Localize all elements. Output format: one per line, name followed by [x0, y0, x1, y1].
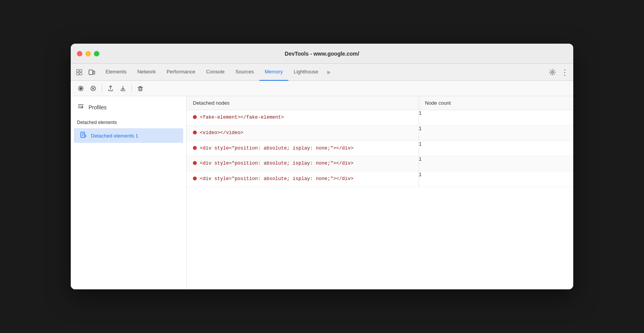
col-detached-nodes: Detached nodes — [187, 96, 419, 110]
collect-garbage-button[interactable] — [135, 83, 146, 94]
svg-rect-3 — [80, 73, 82, 75]
maximize-button[interactable] — [94, 51, 99, 56]
right-panel: Detached nodes Node count <fake-element>… — [187, 96, 573, 289]
node-indicator — [193, 146, 197, 150]
more-tabs-icon[interactable]: » — [324, 69, 333, 76]
count-cell: 1 — [419, 110, 573, 126]
tab-console[interactable]: Console — [201, 64, 230, 81]
count-cell: 1 — [419, 141, 573, 156]
node-cell: <div style="position: absolute; isplay: … — [187, 172, 419, 187]
upload-button[interactable] — [105, 83, 116, 94]
more-options-icon[interactable]: ⋮ — [559, 67, 570, 78]
close-button[interactable] — [77, 51, 82, 56]
traffic-lights — [77, 51, 99, 56]
tab-memory[interactable]: Memory — [259, 64, 288, 81]
devtools-tab-bar: Elements Network Performance Console Sou… — [71, 64, 573, 81]
table-row[interactable]: <div style="position: absolute; isplay: … — [187, 156, 573, 172]
count-cell: 1 — [419, 125, 573, 141]
tab-performance[interactable]: Performance — [161, 64, 201, 81]
sidebar-item-label: Detached elements 1 — [91, 133, 138, 139]
table-row[interactable]: <fake-element></fake-element>1 — [187, 110, 573, 126]
tab-elements[interactable]: Elements — [100, 64, 132, 81]
node-text: <video></video> — [200, 129, 244, 137]
node-text: <fake-element></fake-element> — [200, 114, 284, 121]
node-indicator — [193, 131, 197, 134]
node-text: <div style="position: absolute; isplay: … — [200, 175, 354, 183]
tab-sources[interactable]: Sources — [230, 64, 259, 81]
svg-rect-2 — [77, 73, 79, 75]
settings-icon[interactable] — [547, 67, 558, 78]
tab-lighthouse[interactable]: Lighthouse — [288, 64, 324, 81]
svg-rect-1 — [80, 70, 82, 72]
table-row[interactable]: <div style="position: absolute; isplay: … — [187, 141, 573, 156]
svg-rect-12 — [139, 87, 142, 91]
tab-network[interactable]: Network — [132, 64, 161, 81]
separator-1 — [102, 85, 102, 92]
node-cell: <fake-element></fake-element> — [187, 110, 419, 126]
record-button[interactable] — [75, 83, 86, 94]
clear-button[interactable] — [88, 83, 99, 94]
profiles-icon — [77, 102, 85, 112]
svg-rect-0 — [77, 70, 79, 72]
svg-point-6 — [552, 71, 554, 73]
table-row[interactable]: <div style="position: absolute; isplay: … — [187, 172, 573, 187]
svg-rect-4 — [89, 70, 93, 75]
separator-2 — [131, 85, 132, 92]
tab-icon-group — [74, 67, 97, 78]
node-text: <div style="position: absolute; isplay: … — [200, 160, 354, 167]
profiles-label: Profiles — [89, 104, 107, 110]
download-button[interactable] — [118, 83, 128, 94]
node-cell: <video></video> — [187, 125, 419, 141]
node-indicator — [193, 177, 197, 180]
node-cell: <div style="position: absolute; isplay: … — [187, 141, 419, 156]
sidebar: Profiles Detached elements Detached elem… — [71, 96, 187, 289]
table-row[interactable]: <video></video>1 — [187, 125, 573, 141]
titlebar: DevTools - www.google.com/ — [71, 44, 573, 64]
svg-point-8 — [80, 87, 82, 90]
sidebar-section-label: Detached elements — [71, 117, 186, 128]
count-cell: 1 — [419, 172, 573, 187]
node-indicator — [193, 115, 197, 119]
svg-rect-5 — [93, 71, 95, 74]
toolbar-right: ⋮ — [547, 67, 570, 78]
element-picker-icon[interactable] — [74, 67, 85, 78]
action-bar — [71, 81, 573, 96]
devtools-window: DevTools - www.google.com/ El — [71, 44, 573, 289]
nodes-table: Detached nodes Node count <fake-element>… — [187, 96, 573, 187]
node-cell: <div style="position: absolute; isplay: … — [187, 156, 419, 172]
sidebar-item-detached[interactable]: Detached elements 1 — [74, 128, 183, 143]
col-node-count: Node count — [419, 96, 573, 110]
profiles-header: Profiles — [71, 96, 186, 117]
minimize-button[interactable] — [85, 51, 91, 56]
device-toolbar-icon[interactable] — [86, 67, 97, 78]
node-indicator — [193, 161, 197, 165]
node-text: <div style="position: absolute; isplay: … — [200, 145, 354, 152]
detached-elements-icon — [80, 131, 87, 140]
tabs-list: Elements Network Performance Console Sou… — [100, 64, 547, 81]
main-content: Profiles Detached elements Detached elem… — [71, 96, 573, 289]
window-title: DevTools - www.google.com/ — [285, 51, 359, 57]
count-cell: 1 — [419, 156, 573, 172]
